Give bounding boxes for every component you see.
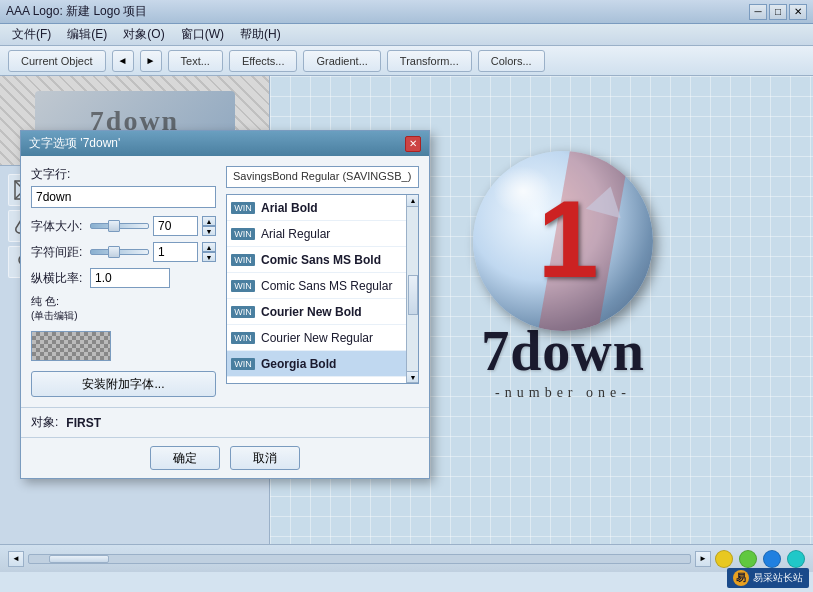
menu-edit[interactable]: 编辑(E) xyxy=(59,24,115,45)
dialog-form: 文字行: 字体大小: ▲ ▼ 字符间距: xyxy=(31,166,216,397)
status-dot-blue xyxy=(763,550,781,568)
font-badge: WIN xyxy=(231,280,255,292)
char-spacing-down[interactable]: ▼ xyxy=(202,252,216,262)
font-preview: SavingsBond Regular (SAVINGSB_) xyxy=(226,166,419,188)
window-controls: ─ □ ✕ xyxy=(749,4,807,20)
scroll-track[interactable] xyxy=(28,554,691,564)
toolbar: Current Object ◄ ► Text... Effects... Gr… xyxy=(0,46,813,76)
effects-button[interactable]: Effects... xyxy=(229,50,298,72)
scroll-right-button[interactable]: ► xyxy=(695,551,711,567)
font-size-label: 字体大小: xyxy=(31,218,86,235)
font-name: Courier New Regular xyxy=(261,331,373,345)
font-item-georgia-bold[interactable]: WIN Georgia Bold xyxy=(227,351,418,377)
status-dots xyxy=(715,550,805,568)
window-title: AAA Logo: 新建 Logo 项目 xyxy=(6,3,147,20)
dialog-close-button[interactable]: ✕ xyxy=(405,136,421,152)
char-spacing-input[interactable] xyxy=(153,242,198,262)
font-size-input[interactable] xyxy=(153,216,198,236)
font-scroll-thumb[interactable] xyxy=(408,275,418,315)
font-item-courier-regular[interactable]: WIN Courier New Regular xyxy=(227,325,418,351)
color-swatch[interactable] xyxy=(31,331,111,361)
char-spacing-slider[interactable] xyxy=(90,249,149,255)
minimize-button[interactable]: ─ xyxy=(749,4,767,20)
font-scroll-down-button[interactable]: ▼ xyxy=(407,371,419,383)
scale-label: 纵横比率: xyxy=(31,270,86,287)
scale-input[interactable] xyxy=(90,268,170,288)
cancel-button[interactable]: 取消 xyxy=(230,446,300,470)
font-item-comic-bold[interactable]: WIN Comic Sans MS Bold xyxy=(227,247,418,273)
status-dot-yellow xyxy=(715,550,733,568)
dialog-body: 文字行: 字体大小: ▲ ▼ 字符间距: xyxy=(21,156,429,407)
font-item-comic-regular[interactable]: WIN Comic Sans MS Regular xyxy=(227,273,418,299)
watermark-badge: 易 易采站长站 xyxy=(727,568,809,588)
text-button[interactable]: Text... xyxy=(168,50,223,72)
dialog-object-row: 对象: FIRST xyxy=(21,407,429,437)
current-object-button[interactable]: Current Object xyxy=(8,50,106,72)
status-dot-green xyxy=(739,550,757,568)
font-scrollbar[interactable]: ▲ ▼ xyxy=(406,195,418,383)
text-row-input[interactable] xyxy=(31,186,216,208)
gradient-button[interactable]: Gradient... xyxy=(303,50,380,72)
scroll-left-button[interactable]: ◄ xyxy=(8,551,24,567)
status-dot-cyan xyxy=(787,550,805,568)
color-row: 纯 色:(单击编辑) xyxy=(31,294,216,361)
font-size-spinner: ▲ ▼ xyxy=(202,216,216,236)
font-name: Georgia Bold xyxy=(261,357,336,371)
menu-window[interactable]: 窗口(W) xyxy=(173,24,232,45)
scroll-thumb[interactable] xyxy=(49,555,109,563)
font-badge: WIN xyxy=(231,358,255,370)
maximize-button[interactable]: □ xyxy=(769,4,787,20)
watermark-icon: 易 xyxy=(733,570,749,586)
font-name: Arial Bold xyxy=(261,201,318,215)
font-badge: WIN xyxy=(231,332,255,344)
font-list-panel: SavingsBond Regular (SAVINGSB_) WIN Aria… xyxy=(226,166,419,397)
font-list-container: WIN Arial Bold WIN Arial Regular WIN Com… xyxy=(226,194,419,384)
confirm-button[interactable]: 确定 xyxy=(150,446,220,470)
font-badge: WIN xyxy=(231,228,255,240)
nav-prev-button[interactable]: ◄ xyxy=(112,50,134,72)
watermark-text: 易采站长站 xyxy=(753,571,803,585)
font-list: WIN Arial Bold WIN Arial Regular WIN Com… xyxy=(227,195,418,383)
font-item-arial-regular[interactable]: WIN Arial Regular xyxy=(227,221,418,247)
char-spacing-spinner: ▲ ▼ xyxy=(202,242,216,262)
object-label: 对象: xyxy=(31,414,58,431)
char-spacing-row: 字符间距: ▲ ▼ xyxy=(31,242,216,262)
transform-button[interactable]: Transform... xyxy=(387,50,472,72)
font-name: Arial Regular xyxy=(261,227,330,241)
font-badge: WIN xyxy=(231,254,255,266)
font-size-down[interactable]: ▼ xyxy=(202,226,216,236)
font-name: Comic Sans MS Regular xyxy=(261,279,392,293)
close-button[interactable]: ✕ xyxy=(789,4,807,20)
menu-help[interactable]: 帮助(H) xyxy=(232,24,289,45)
menu-object[interactable]: 对象(O) xyxy=(115,24,172,45)
logo-sphere: 1 xyxy=(473,151,653,331)
colors-button[interactable]: Colors... xyxy=(478,50,545,72)
dialog-title-bar: 文字选项 '7down' ✕ xyxy=(21,131,429,156)
font-name: Courier New Bold xyxy=(261,305,362,319)
logo-subtext: -number one- xyxy=(495,385,631,401)
install-fonts-button[interactable]: 安装附加字体... xyxy=(31,371,216,397)
font-badge: WIN xyxy=(231,306,255,318)
logo-display: 1 7down -number one- xyxy=(393,126,733,426)
font-name: Comic Sans MS Bold xyxy=(261,253,381,267)
char-spacing-up[interactable]: ▲ xyxy=(202,242,216,252)
bottom-bar: ◄ ► xyxy=(0,544,813,572)
color-label: 纯 色:(单击编辑) xyxy=(31,294,78,323)
object-value: FIRST xyxy=(66,416,101,430)
nav-next-button[interactable]: ► xyxy=(140,50,162,72)
menu-file[interactable]: 文件(F) xyxy=(4,24,59,45)
logo-number: 1 xyxy=(537,184,598,294)
dialog-footer: 确定 取消 xyxy=(21,437,429,478)
text-options-dialog: 文字选项 '7down' ✕ 文字行: 字体大小: ▲ ▼ 字符间距: xyxy=(20,130,430,479)
text-row-label: 文字行: xyxy=(31,166,216,183)
font-item-georgia-regular[interactable]: WIN Georgia Regular xyxy=(227,377,418,383)
title-bar: AAA Logo: 新建 Logo 项目 ─ □ ✕ xyxy=(0,0,813,24)
font-size-up[interactable]: ▲ xyxy=(202,216,216,226)
font-size-slider[interactable] xyxy=(90,223,149,229)
scale-row: 纵横比率: xyxy=(31,268,216,288)
char-spacing-label: 字符间距: xyxy=(31,244,86,261)
font-size-row: 字体大小: ▲ ▼ xyxy=(31,216,216,236)
font-item-courier-bold[interactable]: WIN Courier New Bold xyxy=(227,299,418,325)
font-scroll-up-button[interactable]: ▲ xyxy=(407,195,419,207)
font-item-arial-bold[interactable]: WIN Arial Bold xyxy=(227,195,418,221)
